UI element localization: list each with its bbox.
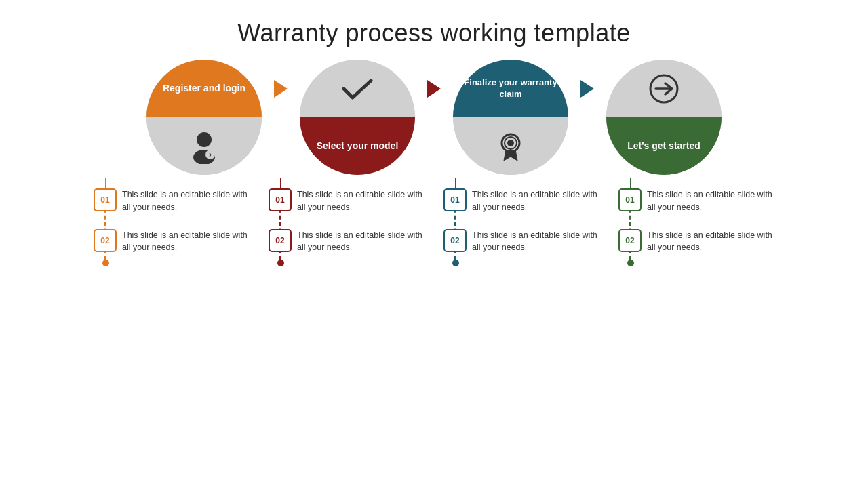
arrow1-triangle — [274, 80, 288, 98]
info-item-1-1: 01 This slide is an editable slide with … — [94, 188, 250, 214]
info-col-3: 01 This slide is an editable slide with … — [443, 178, 599, 266]
dot-3 — [452, 260, 459, 266]
person-icon: › — [186, 129, 222, 164]
desc-3-1: This slide is an editable slide with all… — [472, 188, 599, 214]
dot-4 — [627, 260, 634, 266]
svg-point-6 — [507, 140, 514, 146]
arrow-right-icon — [646, 71, 682, 106]
step2-top — [300, 60, 415, 117]
info-item-3-2: 02 This slide is an editable slide with … — [443, 229, 599, 255]
num-box-1-2: 02 — [94, 229, 117, 252]
step1-container: Register and login › — [140, 60, 269, 175]
step1-label: Register and login — [156, 82, 252, 94]
svg-point-0 — [197, 132, 212, 147]
step1-top: Register and login — [146, 60, 262, 117]
arrow3-triangle — [580, 80, 594, 98]
check-icon — [340, 75, 374, 102]
arrow2 — [427, 80, 441, 98]
desc-1-1: This slide is an editable slide with all… — [122, 188, 250, 214]
arrow2-triangle — [427, 80, 441, 98]
desc-4-2: This slide is an editable slide with all… — [647, 229, 774, 255]
step4-circle: Let's get started — [606, 60, 722, 175]
step4-label: Let's get started — [620, 140, 707, 152]
num-box-4-1: 01 — [618, 188, 642, 211]
step4-container: Let's get started — [599, 60, 728, 175]
info-item-2-2: 02 This slide is an editable slide with … — [269, 229, 425, 255]
award-icon — [495, 131, 526, 162]
main-layout: Register and login › — [0, 60, 868, 266]
svg-text:›: › — [209, 150, 212, 159]
arrow3 — [580, 80, 594, 98]
info-section: 01 This slide is an editable slide with … — [27, 178, 841, 266]
num-box-3-1: 01 — [443, 188, 467, 211]
circles-section: Register and login › — [27, 60, 841, 175]
step3-label: Finalize your warranty claim — [453, 77, 568, 100]
step3-circle: Finalize your warranty claim — [453, 60, 568, 175]
step2-container: Select your model — [293, 60, 422, 175]
step2-circle: Select your model — [300, 60, 415, 175]
info-col-4: 01 This slide is an editable slide with … — [618, 178, 774, 266]
num-box-4-2: 02 — [618, 229, 642, 252]
page-title: Warranty process working template — [0, 0, 868, 54]
step2-label: Select your model — [310, 140, 406, 152]
num-box-1-1: 01 — [94, 188, 117, 211]
dot-2 — [277, 260, 284, 266]
arrow1 — [274, 80, 288, 98]
step1-bottom: › — [146, 117, 262, 175]
step1-circle: Register and login › — [146, 60, 262, 175]
step3-container: Finalize your warranty claim — [446, 60, 575, 175]
info-col-2: 01 This slide is an editable slide with … — [269, 178, 425, 266]
num-box-2-2: 02 — [269, 229, 292, 252]
info-item-3-1: 01 This slide is an editable slide with … — [443, 188, 599, 214]
step3-top: Finalize your warranty claim — [453, 60, 568, 117]
connector-3 — [455, 178, 456, 188]
connector-1 — [105, 178, 106, 188]
info-item-4-2: 02 This slide is an editable slide with … — [618, 229, 774, 255]
desc-1-2: This slide is an editable slide with all… — [122, 229, 250, 255]
desc-2-1: This slide is an editable slide with all… — [297, 188, 425, 214]
step4-bottom: Let's get started — [606, 117, 722, 175]
info-col-1: 01 This slide is an editable slide with … — [94, 178, 250, 266]
step4-top — [606, 60, 722, 117]
step3-bottom — [453, 117, 568, 175]
connector-4 — [630, 178, 631, 188]
num-box-3-2: 02 — [443, 229, 467, 252]
desc-4-1: This slide is an editable slide with all… — [647, 188, 774, 214]
desc-3-2: This slide is an editable slide with all… — [472, 229, 599, 255]
info-item-4-1: 01 This slide is an editable slide with … — [618, 188, 774, 214]
info-item-1-2: 02 This slide is an editable slide with … — [94, 229, 250, 255]
info-item-2-1: 01 This slide is an editable slide with … — [269, 188, 425, 214]
connector-2 — [280, 178, 281, 188]
num-box-2-1: 01 — [269, 188, 292, 211]
dot-1 — [102, 260, 109, 266]
desc-2-2: This slide is an editable slide with all… — [297, 229, 425, 255]
step2-bottom: Select your model — [300, 117, 415, 175]
